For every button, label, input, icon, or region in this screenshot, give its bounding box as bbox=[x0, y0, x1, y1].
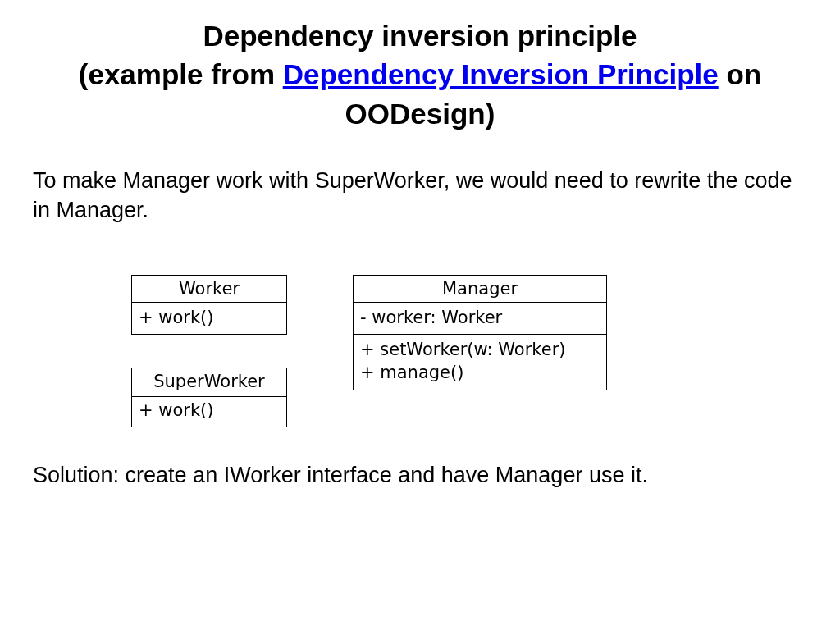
uml-class-manager: Manager - worker: Worker + setWorker(w: … bbox=[353, 275, 607, 390]
uml-methods: + work() bbox=[132, 395, 286, 427]
uml-class-superworker: SuperWorker + work() bbox=[131, 368, 287, 427]
title-link[interactable]: Dependency Inversion Principle bbox=[283, 58, 719, 90]
uml-class-worker: Worker + work() bbox=[131, 275, 287, 335]
solution-paragraph: Solution: create an IWorker interface an… bbox=[33, 460, 807, 490]
uml-methods: + setWorker(w: Worker) + manage() bbox=[354, 335, 606, 390]
uml-class-name: Manager bbox=[354, 276, 606, 303]
page-title: Dependency inversion principle (example … bbox=[33, 16, 807, 133]
intro-paragraph: To make Manager work with SuperWorker, w… bbox=[33, 166, 807, 226]
uml-class-name: SuperWorker bbox=[132, 368, 286, 395]
uml-diagram: Worker + work() SuperWorker + work() Man… bbox=[33, 275, 807, 428]
title-prefix: (example from bbox=[79, 58, 283, 90]
uml-class-name: Worker bbox=[132, 276, 286, 303]
title-line1: Dependency inversion principle bbox=[203, 20, 637, 52]
uml-methods: + work() bbox=[132, 303, 286, 334]
uml-attributes: - worker: Worker bbox=[354, 303, 606, 335]
